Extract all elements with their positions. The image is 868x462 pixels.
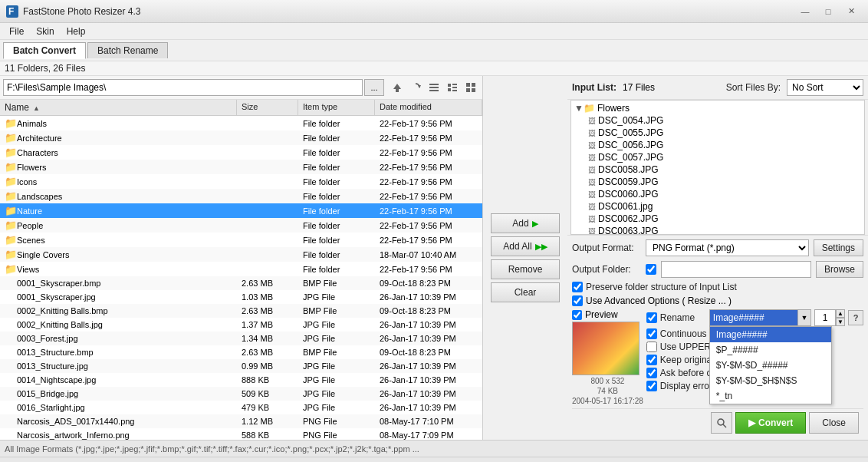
remove-button[interactable]: Remove bbox=[491, 259, 560, 279]
tree-folder-icon: 📁 bbox=[584, 103, 595, 114]
rename-dropdown-button[interactable]: ▼ bbox=[797, 309, 811, 326]
col-name[interactable]: Name ▲ bbox=[0, 100, 237, 115]
table-row[interactable]: 📁ArchitectureFile folder22-Feb-17 9:56 P… bbox=[0, 130, 482, 145]
maximize-button[interactable]: □ bbox=[817, 3, 839, 20]
dropdown-item-4[interactable]: *_tn bbox=[710, 388, 831, 404]
table-row[interactable]: 0001_Skyscraper.jpg1.03 MBJPG File26-Jan… bbox=[0, 290, 482, 304]
rename-row: Rename ▼ Image##### $P_##### $Y-$M-$D_##… bbox=[646, 309, 863, 326]
list-item[interactable]: 🖼DSC0059.JPG bbox=[573, 176, 863, 188]
dropdown-item-2[interactable]: $Y-$M-$D_##### bbox=[710, 358, 831, 373]
sort-select[interactable]: No SortNameSizeDate bbox=[787, 79, 863, 96]
table-row[interactable]: Narcosis_ADS_0017x1440.png1.12 MBPNG Fil… bbox=[0, 414, 482, 428]
dropdown-item-1[interactable]: $P_##### bbox=[710, 342, 831, 358]
table-row[interactable]: 📁ViewsFile folder22-Feb-17 9:56 PM bbox=[0, 262, 482, 276]
browse-button[interactable]: Browse bbox=[816, 261, 863, 278]
output-format-select[interactable]: PNG Format (*.png) bbox=[646, 239, 809, 256]
tab-batch-convert[interactable]: Batch Convert bbox=[3, 42, 86, 59]
table-row[interactable]: 0014_Nightscape.jpg888 KBJPG File26-Jan-… bbox=[0, 373, 482, 387]
table-row[interactable]: 📁NatureFile folder22-Feb-17 9:56 PM bbox=[0, 203, 482, 218]
table-row[interactable]: 📁IconsFile folder22-Feb-17 9:56 PM bbox=[0, 174, 482, 189]
browse-path-button[interactable]: ... bbox=[364, 79, 384, 96]
list-item[interactable]: 🖼DSC_0056.JPG bbox=[573, 139, 863, 151]
file-size-cell bbox=[237, 137, 298, 139]
table-row[interactable]: 0002_Knitting Balls.jpg1.37 MBJPG File26… bbox=[0, 318, 482, 332]
spin-down-button[interactable]: ▼ bbox=[836, 318, 845, 326]
continuous-seq-checkbox[interactable] bbox=[646, 328, 657, 339]
convert-button[interactable]: ▶ Convert bbox=[735, 412, 806, 434]
menu-help[interactable]: Help bbox=[61, 25, 92, 38]
file-name-cell: 0013_Structure.bmp bbox=[0, 347, 237, 358]
file-modified-cell: 18-Mar-07 10:40 AM bbox=[375, 249, 482, 260]
close-window-button[interactable]: ✕ bbox=[840, 3, 862, 20]
table-row[interactable]: 📁PeopleFile folder22-Feb-17 9:56 PM bbox=[0, 218, 482, 233]
tree-file-label: DSC0062.JPG bbox=[598, 213, 659, 224]
table-row[interactable]: 0003_Forest.jpg1.34 MBJPG File26-Jan-17 … bbox=[0, 332, 482, 345]
ask-overwrite-checkbox[interactable] bbox=[646, 368, 657, 378]
minimize-button[interactable]: — bbox=[794, 3, 816, 20]
advanced-checkbox[interactable] bbox=[572, 295, 583, 306]
spinner-value[interactable] bbox=[814, 309, 836, 326]
list-item[interactable]: 🖼DSC0062.JPG bbox=[573, 213, 863, 225]
table-row[interactable]: 0001_Skyscraper.bmp2.63 MBBMP File09-Oct… bbox=[0, 276, 482, 290]
magnify-button[interactable] bbox=[711, 412, 732, 434]
path-input[interactable] bbox=[3, 79, 363, 96]
file-type-cell: File folder bbox=[298, 264, 375, 275]
list-item[interactable]: 🖼DSC0060.JPG bbox=[573, 188, 863, 200]
rename-input[interactable] bbox=[709, 309, 811, 326]
rename-checkbox[interactable] bbox=[646, 312, 657, 323]
nav-up-icon[interactable] bbox=[389, 79, 406, 96]
file-icon: 🖼 bbox=[588, 141, 596, 150]
file-modified-cell: 22-Feb-17 9:56 PM bbox=[375, 147, 482, 158]
display-errors-checkbox[interactable] bbox=[646, 381, 657, 391]
spin-up-button[interactable]: ▲ bbox=[836, 309, 845, 318]
rename-help-button[interactable]: ? bbox=[848, 310, 863, 325]
use-uppercase-checkbox[interactable] bbox=[646, 342, 657, 352]
menu-file[interactable]: File bbox=[3, 25, 30, 38]
col-type[interactable]: Item type bbox=[298, 100, 375, 115]
clear-button[interactable]: Clear bbox=[491, 282, 560, 302]
table-row[interactable]: 📁Single CoversFile folder18-Mar-07 10:40… bbox=[0, 247, 482, 262]
view-list-icon[interactable] bbox=[426, 79, 442, 96]
list-item[interactable]: 🖼DSC0058.JPG bbox=[573, 163, 863, 176]
table-row[interactable]: 0015_Bridge.jpg509 KBJPG File26-Jan-17 1… bbox=[0, 387, 482, 401]
preview-checkbox[interactable] bbox=[572, 310, 582, 320]
dropdown-item-3[interactable]: $Y-$M-$D_$H$N$S bbox=[710, 373, 831, 388]
folder-input[interactable] bbox=[661, 261, 811, 278]
add-button[interactable]: Add ▶ bbox=[491, 213, 560, 233]
keep-original-checkbox[interactable] bbox=[646, 355, 657, 365]
folder-checkbox[interactable] bbox=[646, 264, 656, 275]
list-item[interactable]: 🖼DSC_0057.JPG bbox=[573, 151, 863, 163]
file-type-cell: File folder bbox=[298, 206, 375, 216]
nav-refresh-icon[interactable] bbox=[407, 79, 424, 96]
table-row[interactable]: 📁LandscapesFile folder22-Feb-17 9:56 PM bbox=[0, 189, 482, 203]
view-details-icon[interactable] bbox=[444, 79, 461, 96]
table-row[interactable]: 📁FlowersFile folder22-Feb-17 9:56 PM bbox=[0, 160, 482, 174]
col-size[interactable]: Size bbox=[237, 100, 298, 115]
table-row[interactable]: 0013_Structure.jpg0.99 MBJPG File26-Jan-… bbox=[0, 359, 482, 373]
dropdown-item-0[interactable]: Image##### bbox=[710, 327, 831, 342]
spin-buttons: ▲ ▼ bbox=[836, 309, 845, 326]
table-row[interactable]: 📁AnimalsFile folder22-Feb-17 9:56 PM bbox=[0, 116, 482, 130]
table-row[interactable]: 0002_Knitting Balls.bmp2.63 MBBMP File09… bbox=[0, 304, 482, 318]
table-row[interactable]: Narcosis_artwork_Inferno.png588 KBPNG Fi… bbox=[0, 428, 482, 440]
col-modified[interactable]: Date modified bbox=[375, 100, 482, 115]
close-button[interactable]: Close bbox=[809, 412, 859, 434]
tree-root-item[interactable]: ▼📁Flowers bbox=[573, 102, 863, 114]
middle-buttons: Add ▶ Add All ▶▶ Remove Clear bbox=[483, 76, 567, 440]
list-item[interactable]: 🖼DSC_0054.JPG bbox=[573, 114, 863, 127]
list-item[interactable]: 🖼DSC_0055.JPG bbox=[573, 127, 863, 139]
table-row[interactable]: 0016_Starlight.jpg479 KBJPG File26-Jan-1… bbox=[0, 401, 482, 414]
output-format-label: Output Format: bbox=[572, 243, 641, 253]
list-item[interactable]: 🖼DSC0063.JPG bbox=[573, 225, 863, 234]
table-row[interactable]: 📁ScenesFile folder22-Feb-17 9:56 PM bbox=[0, 233, 482, 247]
settings-button[interactable]: Settings bbox=[814, 239, 863, 256]
add-all-button[interactable]: Add All ▶▶ bbox=[491, 236, 560, 256]
list-item[interactable]: 🖼DSC0061.jpg bbox=[573, 200, 863, 213]
view-thumbs-icon[interactable] bbox=[462, 79, 479, 96]
table-row[interactable]: 0013_Structure.bmp2.63 MBBMP File09-Oct-… bbox=[0, 345, 482, 359]
menu-skin[interactable]: Skin bbox=[30, 25, 60, 38]
preserve-checkbox[interactable] bbox=[572, 282, 583, 292]
file-modified-cell: 26-Jan-17 10:39 PM bbox=[375, 388, 482, 399]
table-row[interactable]: 📁CharactersFile folder22-Feb-17 9:56 PM bbox=[0, 145, 482, 160]
tab-batch-rename[interactable]: Batch Rename bbox=[87, 42, 168, 58]
